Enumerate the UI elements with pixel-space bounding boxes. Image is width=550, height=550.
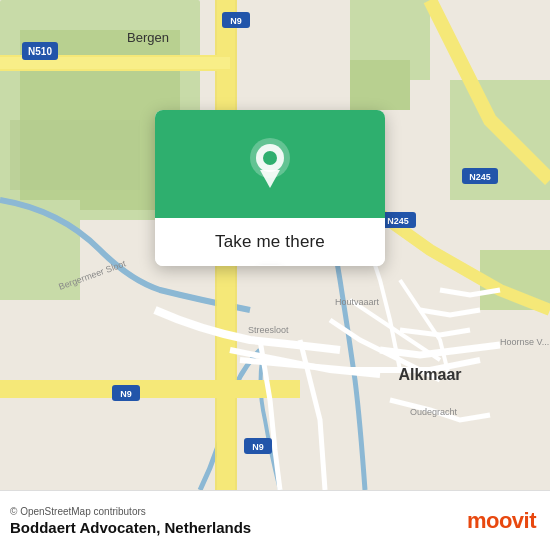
popup-card: Take me there (155, 110, 385, 266)
svg-text:N9: N9 (120, 389, 132, 399)
svg-text:Houtvaaart: Houtvaaart (335, 297, 380, 307)
svg-text:Oudegracht: Oudegracht (410, 407, 458, 417)
svg-text:N245: N245 (387, 216, 409, 226)
take-me-there-button[interactable]: Take me there (155, 218, 385, 266)
map-pin-icon (246, 138, 294, 196)
location-name: Boddaert Advocaten, Netherlands (10, 519, 251, 536)
svg-text:Bergen: Bergen (127, 30, 169, 45)
svg-text:N510: N510 (28, 46, 52, 57)
svg-text:Streesloot: Streesloot (248, 325, 289, 335)
svg-text:Hoornse V...: Hoornse V... (500, 337, 549, 347)
popup-arrow (258, 265, 282, 266)
svg-text:N9: N9 (252, 442, 264, 452)
moovit-text: moovit (467, 508, 536, 534)
svg-text:Alkmaar: Alkmaar (398, 366, 461, 383)
popup-header (155, 110, 385, 218)
map-container: N510 N9 N9 N245 N245 Bergen Alkmaar Berg… (0, 0, 550, 490)
bottom-left-info: © OpenStreetMap contributors Boddaert Ad… (10, 506, 251, 536)
osm-attribution: © OpenStreetMap contributors (10, 506, 251, 517)
bottom-bar: © OpenStreetMap contributors Boddaert Ad… (0, 490, 550, 550)
svg-rect-30 (10, 120, 140, 190)
moovit-logo: moovit (467, 508, 536, 534)
svg-text:N245: N245 (469, 172, 491, 182)
svg-text:N9: N9 (230, 16, 242, 26)
svg-rect-10 (0, 380, 300, 398)
svg-marker-36 (260, 170, 280, 188)
svg-rect-7 (350, 60, 410, 110)
svg-point-35 (263, 151, 277, 165)
